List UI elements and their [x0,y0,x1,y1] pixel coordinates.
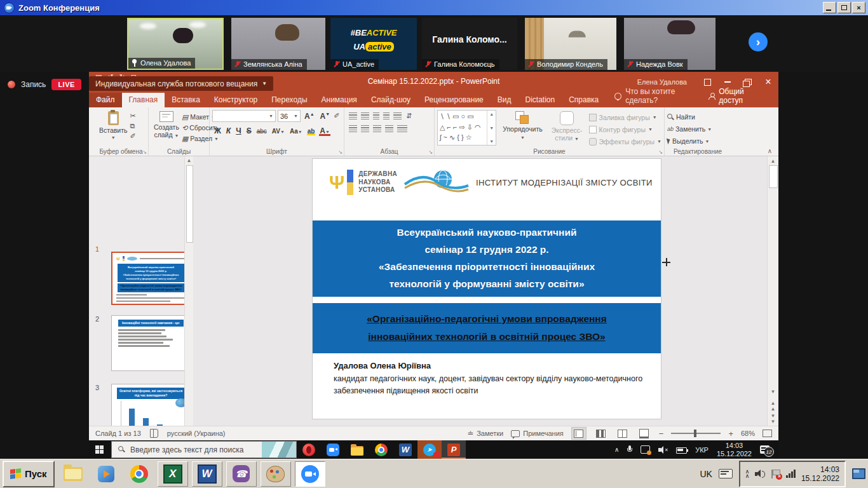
bold-button[interactable]: Ж [212,126,223,135]
start-button[interactable]: Пуск [3,461,55,487]
speaker-muted-icon[interactable]: × [658,446,668,454]
tab-view[interactable]: Вид [491,93,519,107]
local-clock[interactable]: 14:0315.12.2022 [801,465,839,483]
network-error-flag-icon[interactable]: × [771,470,780,478]
change-case-button[interactable]: Aa▼ [288,128,304,135]
show-desktop-icon[interactable] [852,468,865,479]
gallery-more-icon[interactable]: ▼ [489,139,494,144]
replace-button[interactable]: abЗаменить▼ [667,124,728,134]
format-painter-icon[interactable]: ✐ [130,132,136,141]
signal-bars-icon[interactable] [786,470,796,478]
view-sorter-button[interactable] [594,428,608,439]
taskbar-icon-word[interactable]: W [393,440,417,459]
columns-icon[interactable] [397,125,407,132]
restore-button[interactable] [837,2,851,13]
paste-button[interactable]: Вставить▼ [97,110,130,141]
tray-expand-icon[interactable]: ∧∧ [745,470,750,478]
underline-button[interactable]: Ч [234,126,243,135]
taskbar-search-box[interactable]: Введите здесь текст для поиска [111,441,297,458]
gallery-down-icon[interactable]: ▼ [489,126,494,130]
find-button[interactable]: Найти [667,112,728,122]
view-normal-button[interactable] [571,427,587,440]
shape-outline-button[interactable]: Контур фигуры▼ [589,124,661,135]
taskbar-icon-telegram[interactable]: ➤ [417,440,442,459]
share-button[interactable]: Общий доступ [709,87,770,107]
gallery-up-icon[interactable]: ▲ [489,112,494,116]
taskbar-icon-explorer[interactable] [345,440,369,459]
quicklaunch-excel[interactable]: X [158,461,188,487]
slide-thumbnail-1[interactable]: Ψ Всеукраїнський науково-практичнийсемін… [111,252,191,305]
tell-me-box[interactable]: Что вы хотите сделать? [614,87,709,107]
clear-format-icon[interactable]: ✐ [334,111,339,121]
increase-indent-icon[interactable] [383,112,390,119]
taskbar-icon-opera[interactable] [297,440,321,459]
zoom-level[interactable]: 68% [741,430,755,437]
slide-thumbnail-2[interactable]: Інноваційні технології навчання - це: [111,315,191,371]
zoom-slider[interactable] [671,433,721,434]
highlight-color-button[interactable]: ab [306,128,317,135]
text-direction-icon[interactable]: ⇵ [406,111,412,121]
zoom-in-button[interactable]: + [728,429,733,438]
font-color-button[interactable]: А▼ [318,126,332,135]
shapes-gallery[interactable]: ∖ ∖ ▭ ○ ▭ △ ⌐ ⌐ ⇨ ⇩ ◠ ʃ ~ ∿ { } ☆ ▲▼▼ [437,110,496,146]
tab-review[interactable]: Рецензирование [417,93,491,107]
decrease-indent-icon[interactable] [373,112,379,119]
scroll-up-icon[interactable]: ▲ [185,158,193,163]
bullets-icon[interactable] [349,112,357,119]
new-slide-button[interactable]: Создатьслайд ▼ [151,110,182,144]
quick-styles-button[interactable]: Экспресс-стили ▼ [549,110,585,147]
quicklaunch-chrome[interactable] [125,462,154,486]
participant-tile-volodymyr-kondel[interactable]: Володимир Кондель [525,18,616,70]
slide-title-box[interactable]: Всеукраїнський науково-практичний семіна… [313,220,661,297]
next-page-arrow-button[interactable]: › [749,32,768,51]
language-indicator[interactable]: русский (Украина) [167,430,226,437]
editor-scrollbar[interactable]: ▲ ▼ ▲▲ ▼▼ [767,156,778,426]
tab-insert[interactable]: Вставка [165,93,207,107]
shape-effects-button[interactable]: Эффекты фигуры▼ [589,136,661,147]
stream-banner[interactable]: Индивидуальная служба потокового вещания… [89,76,273,91]
scroll-down-icon[interactable]: ▼ [768,389,778,395]
tab-dictation[interactable]: Dictation [518,93,562,107]
taskbar-icon-powerpoint[interactable]: P [442,440,466,459]
font-size-combo[interactable]: 36▼ [278,110,301,122]
spellcheck-icon[interactable] [150,429,158,438]
language-ukr[interactable]: УКР [695,446,709,454]
quicklaunch-paint[interactable] [261,461,291,487]
tab-slideshow[interactable]: Слайд-шоу [364,93,417,107]
slide-canvas[interactable]: Ψ ДЕРЖАВНАНАУКОВАУСТАНОВА [313,159,661,419]
tab-help[interactable]: Справка [562,93,606,107]
scroll-up-icon[interactable]: ▲ [768,158,778,164]
microphone-icon[interactable] [627,445,632,454]
comments-button[interactable]: Примечания [511,430,564,437]
fit-slide-icon[interactable] [763,430,772,437]
tab-animations[interactable]: Анимация [315,93,364,107]
grow-font-button[interactable]: А▲ [302,112,316,121]
cut-icon[interactable]: ✂ [130,111,136,121]
slide-subtitle-box[interactable]: «Організаційно-педагогічні умови впровад… [313,303,661,353]
participant-tile-zemlianska-alina[interactable]: Землянська Аліна [231,18,325,70]
quicklaunch-viber[interactable]: ☎ [226,461,257,487]
close-button[interactable]: × [852,2,865,13]
view-reading-button[interactable] [616,428,630,439]
collapse-ribbon-icon[interactable]: ∧ [768,147,772,154]
notes-button[interactable]: ≐Заметки [467,429,503,438]
editor-scroll-thumb[interactable] [769,165,778,188]
font-name-combo[interactable]: ▼ [212,110,276,122]
next-slide-icon[interactable]: ▼▼ [768,413,778,424]
arrange-button[interactable]: Упорядочить ▼ [500,110,545,147]
participant-tile-olena-udalova[interactable]: Олена Удалова [127,18,224,70]
panel-scrollbar[interactable]: ▲ [184,156,193,426]
taskbar-icon-chrome[interactable] [369,440,393,459]
copy-icon[interactable]: ⧉ [130,121,136,131]
text-shadow-button[interactable]: abc [255,128,269,135]
quicklaunch-media-player[interactable] [92,462,121,486]
shape-fill-button[interactable]: Заливка фигуры▼ [589,112,661,123]
quicklaunch-explorer[interactable] [58,462,88,486]
participant-tile-halyna-kolomoiets[interactable]: Галина Коломо... Галина Коломоєць [422,18,517,70]
view-slideshow-button[interactable] [637,428,651,439]
start-button-icon[interactable] [95,445,104,454]
participant-tile-nadezhda-vovk[interactable]: Надежда Вовк [624,18,715,70]
battery-icon[interactable] [676,447,687,454]
participant-tile-ua-active[interactable]: #BEACTIVE UAactive UA_active [330,18,417,70]
slide-author-block[interactable]: Удалова Олена Юріївна кандидат педагогіч… [334,361,645,397]
